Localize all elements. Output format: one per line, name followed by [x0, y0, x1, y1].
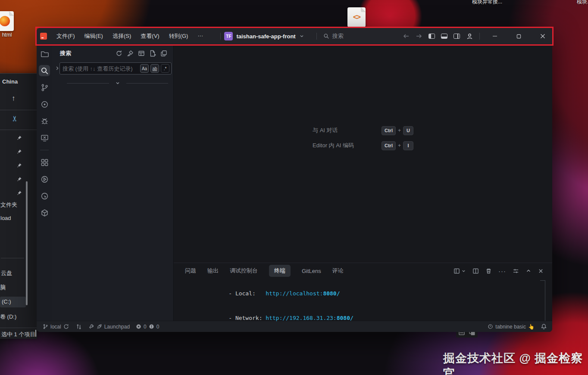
- nav-item-folder[interactable]: 文件夹: [0, 201, 17, 209]
- extension-plugin-icon-1[interactable]: [39, 174, 50, 185]
- new-search-editor-icon[interactable]: [149, 50, 156, 57]
- monitor-x-icon[interactable]: [39, 132, 50, 143]
- nav-item-drive-d[interactable]: 卷 (D:): [0, 313, 16, 321]
- menu-view[interactable]: 查看(V): [141, 32, 159, 40]
- divider: [316, 33, 317, 40]
- forward-arrow-icon[interactable]: [416, 33, 422, 40]
- warning-count: 0: [156, 324, 160, 330]
- ai-chat-hint-label: 与 AI 对话: [313, 127, 382, 134]
- nav-item-drive-c-selected[interactable]: (C:): [0, 297, 26, 307]
- extensions-icon[interactable]: [39, 157, 50, 168]
- whole-word-button[interactable]: ab: [150, 64, 159, 73]
- tab-debug-console[interactable]: 调试控制台: [230, 267, 258, 275]
- explorer-scrollbar[interactable]: [26, 181, 28, 305]
- terminal-network-port[interactable]: 8080/: [337, 315, 353, 321]
- keycap-ctrl: Ctrl: [382, 126, 396, 135]
- titlebar: 文件(F) 编辑(E) 选择(S) 查看(V) 转到(G) ··· TF tai…: [37, 28, 552, 44]
- collapse-all-icon[interactable]: [160, 50, 167, 57]
- tab-comments[interactable]: 评论: [332, 267, 344, 275]
- close-panel-icon[interactable]: [538, 268, 544, 274]
- terminal-scrollbar[interactable]: [545, 280, 545, 321]
- terminal-local-label: - Local:: [222, 290, 266, 297]
- tab-terminal[interactable]: 终端: [269, 265, 291, 277]
- app-logo-icon[interactable]: [40, 33, 47, 40]
- up-arrow-icon[interactable]: ↑: [12, 94, 16, 103]
- tab-problems[interactable]: 问题: [185, 267, 196, 275]
- git-branch-icon: [43, 324, 48, 329]
- explorer-status-text: 选中 1 个项目: [1, 331, 35, 338]
- chevron-down-icon[interactable]: [299, 34, 304, 39]
- nav-item-cloud-drive[interactable]: 云盘: [1, 270, 12, 277]
- minimize-button[interactable]: [486, 28, 504, 44]
- toggle-right-sidebar-icon[interactable]: [454, 34, 460, 39]
- extension-plugin-icon-3[interactable]: [39, 207, 50, 218]
- problems-status-item[interactable]: 0 0: [136, 324, 159, 330]
- wrench-icon: [89, 324, 94, 329]
- terminal-network-link[interactable]: http://192.168.31.23:: [266, 315, 336, 321]
- desktop-icon-label-truncated[interactable]: 模块异常接...: [472, 0, 502, 6]
- configure-sliders-icon[interactable]: [513, 268, 519, 274]
- menu-goto[interactable]: 转到(G): [169, 32, 188, 40]
- tab-gitlens[interactable]: GitLens: [302, 268, 321, 274]
- launchpad-status-item[interactable]: Launchpad: [89, 324, 130, 330]
- pin-icon[interactable]: [16, 190, 22, 196]
- clear-results-icon[interactable]: [127, 50, 134, 57]
- nav-item-this-pc[interactable]: 脑: [0, 284, 6, 291]
- gitlens-icon[interactable]: [39, 99, 50, 110]
- close-button[interactable]: [534, 28, 548, 44]
- branch-status-item[interactable]: local: [43, 324, 69, 330]
- maximize-button[interactable]: [510, 28, 528, 44]
- toggle-search-details[interactable]: [67, 81, 168, 86]
- match-case-button[interactable]: Aa: [140, 64, 149, 73]
- explorer-icon[interactable]: [39, 48, 50, 59]
- pin-icon[interactable]: [16, 177, 22, 182]
- refresh-icon[interactable]: [116, 50, 122, 57]
- pin-icon[interactable]: [16, 163, 22, 168]
- menu-more[interactable]: ···: [197, 32, 203, 40]
- search-input[interactable]: [63, 65, 138, 72]
- nav-item-download[interactable]: load: [0, 215, 11, 221]
- split-terminal-icon[interactable]: [472, 268, 479, 274]
- watermark: 掘金技术社区 @ 掘金检察官: [443, 350, 588, 375]
- project-name[interactable]: taishan-safe-app-front: [236, 33, 295, 40]
- expand-replace-chevron-icon[interactable]: [55, 66, 59, 71]
- sidebar-title: 搜索: [60, 50, 71, 57]
- explorer-tab-title[interactable]: China: [2, 78, 18, 85]
- extension-plugin-icon-2[interactable]: [39, 190, 50, 201]
- desktop-file-icon-code[interactable]: <>: [347, 7, 366, 27]
- titlebar-search[interactable]: 搜索: [316, 32, 344, 40]
- menu-file[interactable]: 文件(F): [56, 32, 75, 40]
- account-icon[interactable]: [466, 33, 473, 40]
- source-control-icon[interactable]: [39, 82, 50, 93]
- terminal-local-port[interactable]: 8080/: [323, 290, 340, 297]
- regex-button[interactable]: .*: [161, 64, 169, 73]
- editor-area[interactable]: 与 AI 对话 Ctrl + U Editor 内 AI 编码 Ctrl + I: [174, 44, 552, 263]
- tab-output[interactable]: 输出: [207, 267, 219, 275]
- menu-edit[interactable]: 编辑(E): [84, 32, 103, 40]
- debug-icon[interactable]: [39, 115, 50, 127]
- project-badge[interactable]: TF: [224, 32, 233, 40]
- back-arrow-icon[interactable]: [403, 33, 410, 40]
- kill-terminal-trash-icon[interactable]: [485, 268, 492, 274]
- code-brackets-glyph: <>: [353, 13, 360, 22]
- terminal-local-link[interactable]: http://localhost:: [266, 290, 323, 297]
- launchpad-label: Launchpad: [104, 324, 130, 330]
- new-terminal-button[interactable]: [454, 268, 466, 274]
- cut-icon[interactable]: ✂: [10, 115, 19, 121]
- menu-selection[interactable]: 选择(S): [113, 32, 131, 40]
- commit-graph-status-item[interactable]: [76, 324, 82, 330]
- page-fold: [361, 7, 366, 12]
- pin-icon[interactable]: [16, 135, 22, 141]
- pin-icon[interactable]: [16, 149, 22, 155]
- open-in-editor-icon[interactable]: [138, 50, 145, 57]
- toggle-left-sidebar-icon[interactable]: [428, 34, 435, 39]
- more-actions-icon[interactable]: ···: [498, 267, 506, 275]
- desktop-file-icon-html[interactable]: [0, 11, 14, 31]
- desktop-file-label[interactable]: html: [0, 32, 19, 38]
- keycap-ctrl: Ctrl: [382, 141, 396, 150]
- plus-separator: +: [398, 143, 401, 149]
- search-view-icon[interactable]: [39, 65, 50, 76]
- desktop-icon-label-truncated[interactable]: 模块...: [577, 0, 588, 6]
- maximize-panel-chevron-icon[interactable]: [525, 268, 532, 274]
- toggle-bottom-panel-icon[interactable]: [441, 34, 447, 39]
